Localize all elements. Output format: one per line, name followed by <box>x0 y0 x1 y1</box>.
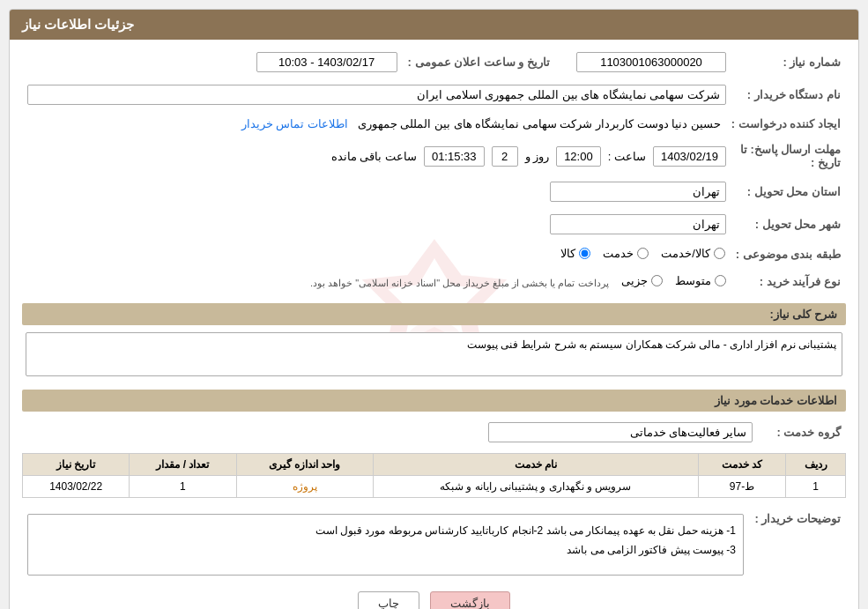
print-button[interactable]: چاپ <box>358 591 419 609</box>
col-header-code: کد خدمت <box>698 454 786 476</box>
services-table: ردیف کد خدمت نام خدمت واحد اندازه گیری ت… <box>22 453 846 498</box>
buyer-org-label: نام دستگاه خریدار : <box>731 81 846 108</box>
buyer-notes-label: توضیحات خریدار : <box>749 507 846 579</box>
purchase-type-radio-group: متوسط جزیی <box>621 274 726 287</box>
purchase-type-option-1[interactable]: جزیی <box>621 274 663 287</box>
category-option-3[interactable]: کالا/خدمت <box>661 247 725 260</box>
category-option-2-label: خدمت <box>603 247 634 260</box>
buyer-org-value: شرکت سهامی نمایشگاه های بین المللی جمهور… <box>27 85 726 105</box>
category-option-1-label: کالا <box>560 247 575 260</box>
need-desc-textarea[interactable] <box>26 332 842 376</box>
deadline-day-label: روز و <box>525 150 550 163</box>
deadline-time-label: ساعت : <box>608 150 646 163</box>
deadline-remaining-value: 01:15:33 <box>424 146 485 167</box>
cell-row: 1 <box>786 476 846 498</box>
cell-qty: 1 <box>130 476 236 498</box>
cell-date: 1403/02/22 <box>23 476 130 498</box>
purchase-type-option-2-label: متوسط <box>675 274 711 287</box>
category-option-3-label: کالا/خدمت <box>661 247 710 260</box>
announce-date-value: 1403/02/17 - 10:03 <box>256 52 397 72</box>
category-option-2[interactable]: خدمت <box>603 247 649 260</box>
page-header: جزئیات اطلاعات نیاز <box>10 10 858 40</box>
need-number-label: شماره نیاز : <box>731 48 846 76</box>
service-group-label: گروه خدمت : <box>758 419 846 446</box>
col-header-name: نام خدمت <box>373 454 698 476</box>
creator-value: حسین دنیا دوست کاربردار شرکت سهامی نمایش… <box>358 117 721 130</box>
page-title: جزئیات اطلاعات نیاز <box>22 17 134 32</box>
deadline-date-value: 1403/02/19 <box>653 146 726 167</box>
table-row: 1 ط-97 سرویس و نگهداری و پشتیبانی رایانه… <box>23 476 846 498</box>
city-label: شهر محل تحویل : <box>731 211 846 238</box>
purchase-type-option-1-label: جزیی <box>621 274 648 287</box>
cell-unit: پروژه <box>236 476 373 498</box>
need-desc-section-title: شرح کلی نیاز: <box>22 303 846 325</box>
purchase-type-label: نوع فرآیند خرید : <box>731 271 846 293</box>
province-label: استان محل تحویل : <box>731 178 846 205</box>
col-header-qty: تعداد / مقدار <box>130 454 236 476</box>
purchase-type-note: پرداخت تمام یا بخشی از مبلغ خریداز محل "… <box>310 278 609 288</box>
category-label: طبقه بندی موضوعی : <box>731 243 846 265</box>
cell-name: سرویس و نگهداری و پشتیبانی رایانه و شبکه <box>373 476 698 498</box>
cell-code: ط-97 <box>698 476 786 498</box>
creator-label: ایجاد کننده درخواست : <box>726 114 846 134</box>
deadline-time-value: 12:00 <box>556 146 601 167</box>
deadline-label: مهلت ارسال پاسخ: تا تاریخ : <box>731 139 846 173</box>
category-option-1[interactable]: کالا <box>560 247 590 260</box>
back-button[interactable]: بازگشت <box>430 591 510 609</box>
col-header-unit: واحد اندازه گیری <box>236 454 373 476</box>
deadline-day-value: 2 <box>492 146 518 167</box>
buyer-notes-value: 1- هزینه حمل نقل به عهده پیمانکار می باش… <box>27 514 744 576</box>
purchase-type-option-2[interactable]: متوسط <box>675 274 726 287</box>
col-header-date: تاریخ نیاز <box>23 454 130 476</box>
need-number-value: 1103001063000020 <box>576 52 726 72</box>
category-radio-group: کالا/خدمت خدمت کالا <box>560 247 725 260</box>
services-section-title: اطلاعات خدمات مورد نیاز <box>22 390 846 412</box>
col-header-row: ردیف <box>786 454 846 476</box>
service-group-value: سایر فعالیت‌های خدماتی <box>488 422 753 442</box>
button-row: بازگشت چاپ <box>22 591 846 609</box>
deadline-remaining-label: ساعت باقی مانده <box>331 150 417 163</box>
announce-date-label: تاریخ و ساعت اعلان عمومی : <box>403 48 555 76</box>
contact-info-link[interactable]: اطلاعات تماس خریدار <box>241 117 348 130</box>
province-value: تهران <box>550 182 726 202</box>
city-value: تهران <box>550 214 726 234</box>
